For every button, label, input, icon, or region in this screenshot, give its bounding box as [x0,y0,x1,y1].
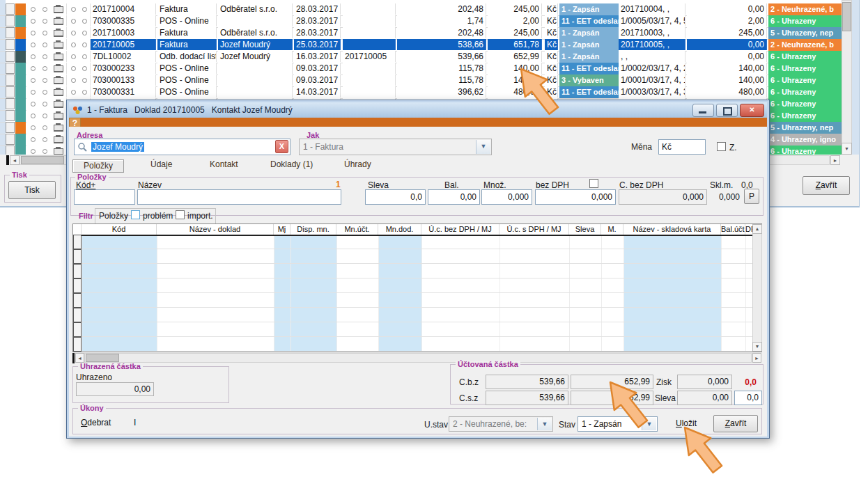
adresa-input[interactable]: Jozef Moudrý [74,139,290,155]
row-type-indicator [15,122,26,134]
ustav-combo[interactable]: 2 - Neuhrazené, be: ▼ [449,416,553,432]
sleva-edit-input[interactable]: 0,0 [734,391,762,405]
clear-icon[interactable]: X [275,140,288,153]
items-col-header[interactable]: Kód [82,224,157,235]
z-label: Z. [729,143,737,152]
items-row-selector[interactable] [73,235,82,249]
scroll-down-icon[interactable]: ▼ [842,143,852,155]
scroll-up-icon[interactable]: ▲ [752,224,762,234]
row-selector[interactable] [6,122,15,133]
cell-type: Faktura [157,27,217,38]
mena-input[interactable]: Kč [658,139,706,155]
items-row-line [82,292,752,293]
tab--hrady[interactable]: Úhrady [344,159,371,169]
dialog-titlebar[interactable]: 1 - Faktura Doklad 201710005 Kontakt Joz… [69,102,767,118]
table-row[interactable]: 201710004FakturaOdběratel s.r.o.28.03.20… [0,3,859,16]
table-row[interactable]: 703000331POS - Online14.03.2017396,62480… [0,86,859,99]
v-scrollbar-thumb[interactable] [842,2,851,31]
items-col-header[interactable]: Mn.dod. [378,224,421,235]
cell-doc: 703000331 [91,86,156,97]
table-row[interactable]: 7DL10002Odb. dodací listJozef Moudrý16.0… [0,51,859,63]
scroll-left-icon[interactable]: ◄ [75,353,84,363]
cell-date: 09.03.2017 [294,74,341,86]
minimize-icon[interactable] [692,104,714,117]
sleva-input[interactable]: 0,0 [365,189,426,205]
z-checkbox[interactable] [717,142,726,151]
tab--daje[interactable]: Údaje [150,159,172,169]
row-selector[interactable] [6,27,15,38]
tab-polo-ky[interactable]: Položky [72,159,124,173]
items-h-thumb[interactable] [86,354,119,362]
cell-date: 14.03.2017 [294,86,341,97]
row-selector[interactable] [6,74,15,86]
row-selector[interactable] [6,15,15,26]
table-row[interactable]: 703000233POS - Online09.03.2017115,78140… [0,63,859,75]
mnoz-input[interactable]: 0,000 [481,189,532,205]
nazev-input[interactable] [137,189,341,205]
items-row-selector[interactable] [73,337,82,352]
row-selector[interactable] [6,110,15,121]
table-row[interactable]: 201710005FakturaJozef Moudrý25.03.201753… [0,39,859,52]
tisk-group-label: Tisk [10,171,29,179]
items-col-header[interactable]: Mn.účt. [336,224,378,235]
record-dot-icon [26,39,39,50]
items-row-selector[interactable] [73,308,82,322]
kod-input[interactable] [74,189,135,205]
items-col-header[interactable]: Název - skladová karta [623,224,721,235]
items-col-header[interactable]: Disp. mn. [290,224,336,235]
chevron-down-icon[interactable]: ▼ [537,418,552,430]
chevron-down-icon[interactable]: ▼ [476,140,490,154]
odebrat-button[interactable]: Odebrat [81,418,111,427]
items-row-selector[interactable] [73,264,82,278]
record-dot-icon [26,122,39,133]
window-close-button[interactable]: Zavřít [803,176,850,195]
import-checkbox[interactable] [176,210,185,219]
table-row[interactable]: 201710003FakturaOdběratel s.r.o.28.03.20… [0,27,859,40]
h-scrollbar-thumb[interactable] [21,156,64,164]
dialog-zavrit-button[interactable]: Zavřít [713,415,758,432]
bezdph-checkbox[interactable] [589,179,598,188]
row-selector[interactable] [6,98,15,109]
items-col-header[interactable]: Mj [274,224,290,235]
items-v-scrollbar[interactable] [752,224,762,352]
items-col-header[interactable]: Ú.c. bez DPH / MJ [421,224,499,235]
tisk-button[interactable]: Tisk [8,181,56,199]
row-selector[interactable] [6,3,15,15]
cell-contact [218,63,293,74]
close-icon[interactable]: ✕ [740,104,764,117]
row-selector[interactable] [6,51,15,62]
bal-input[interactable]: 0,00 [428,189,480,205]
items-col-header[interactable]: Bal.účt. [721,224,745,235]
table-row[interactable]: 703000335POS - Online28.03.20171,742,00K… [0,15,859,28]
jak-combo[interactable]: 1 - Faktura ▼ [299,139,492,155]
bezdph-input[interactable]: 0,000 [535,189,616,205]
scroll-right-icon[interactable]: ► [752,353,761,363]
items-col-header[interactable]: Název - doklad [157,224,274,235]
row-selector[interactable] [6,63,15,74]
cell-date: 09.03.2017 [294,63,341,74]
table-row[interactable]: 703000133POS - Online09.03.2017115,78140… [0,74,859,87]
row-selector[interactable] [6,134,15,145]
items-row-selector[interactable] [73,249,82,264]
tab-doklady-1-[interactable]: Doklady (1) [270,159,313,169]
items-row-selector[interactable] [73,293,82,308]
problem-checkbox[interactable] [131,210,140,219]
row-selector[interactable] [6,86,15,97]
items-col-header[interactable]: Sleva [569,224,601,235]
items-row-selector[interactable] [73,278,82,293]
scroll-down-icon[interactable]: ▼ [752,342,762,352]
items-col-header[interactable] [73,224,82,235]
items-h-track[interactable] [84,353,752,363]
items-col-header[interactable]: Ú.c. s DPH / MJ [499,224,569,235]
scroll-left-icon[interactable]: ◄ [10,155,20,165]
row-selector[interactable] [6,146,15,155]
status-badge: 1 - Zapsán [559,39,619,51]
scroll-right-icon[interactable]: ► [830,155,840,165]
row-selector[interactable] [6,39,15,50]
maximize-icon[interactable] [716,104,738,117]
p-button[interactable]: P [744,189,759,204]
tab-kontakt[interactable]: Kontakt [210,159,238,169]
row-type-indicator [15,27,26,39]
items-col-header[interactable]: M. [601,224,623,235]
items-row-selector[interactable] [73,322,82,337]
